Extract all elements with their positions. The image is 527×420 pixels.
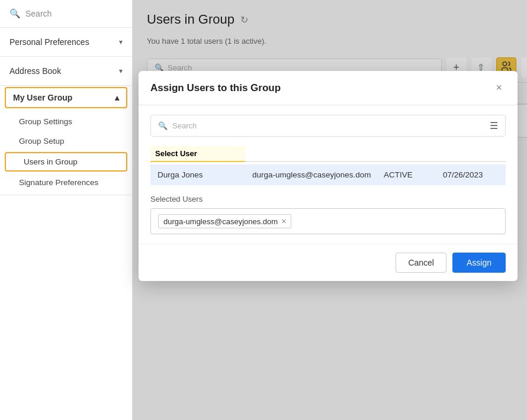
modal-search-placeholder: Search	[172, 121, 485, 130]
selected-users-label: Selected Users	[150, 195, 506, 203]
sidebar-section-my-user-group: My User Group ▴ Group Settings Group Set…	[0, 86, 132, 195]
sidebar-search-label: Search	[25, 9, 52, 18]
sidebar-section-label: My User Group	[13, 93, 72, 102]
tag-email: durga-umgless@caseyjones.dom	[163, 217, 278, 226]
sidebar-item-my-user-group[interactable]: My User Group ▴	[5, 87, 127, 108]
sidebar-item-address-book[interactable]: Address Book ▾	[0, 57, 132, 85]
assign-button[interactable]: Assign	[452, 253, 506, 273]
sidebar-section-address-book: Address Book ▾	[0, 57, 132, 86]
sidebar-item-users-in-group[interactable]: Users in Group	[5, 152, 127, 172]
sidebar-search[interactable]: 🔍 Search	[0, 0, 132, 28]
main-content: Users in Group ↻ You have 1 total users …	[133, 0, 527, 420]
chevron-up-icon: ▴	[115, 93, 119, 102]
modal-cell-status: ACTIVE	[379, 170, 438, 179]
modal-footer: Cancel Assign	[139, 244, 518, 281]
modal-cell-email: durga-umgless@caseyjones.dom	[248, 170, 379, 179]
sidebar-section-personal-preferences: Personal Preferences ▾	[0, 28, 132, 57]
chevron-down-icon: ▾	[119, 38, 123, 46]
chevron-down-icon: ▾	[119, 67, 123, 75]
sidebar-item-group-settings[interactable]: Group Settings	[0, 112, 132, 131]
sidebar-section-label: Address Book	[9, 66, 61, 76]
sidebar-item-signature-preferences[interactable]: Signature Preferences	[0, 173, 132, 192]
modal-search-bar[interactable]: 🔍 Search ☰	[150, 115, 506, 137]
search-icon: 🔍	[158, 121, 168, 130]
selected-users-box: durga-umgless@caseyjones.dom ×	[150, 208, 506, 234]
modal-cell-last-login: 07/26/2023	[438, 170, 503, 179]
search-icon: 🔍	[9, 8, 21, 19]
select-user-header: Select User	[150, 146, 245, 162]
remove-tag-button[interactable]: ×	[281, 217, 286, 226]
modal-body: 🔍 Search ☰ Select User Durga Jones durga…	[139, 105, 518, 244]
modal-header: Assign Users to this Group ×	[139, 71, 518, 105]
sidebar-section-label: Personal Preferences	[9, 37, 89, 47]
modal-overlay: Assign Users to this Group × 🔍 Search ☰ …	[133, 0, 527, 420]
modal-cell-name: Durga Jones	[153, 170, 248, 179]
modal-user-row[interactable]: Durga Jones durga-umgless@caseyjones.dom…	[150, 164, 506, 185]
sidebar-item-group-setup[interactable]: Group Setup	[0, 131, 132, 151]
sidebar: 🔍 Search Personal Preferences ▾ Address …	[0, 0, 133, 420]
modal-menu-icon[interactable]: ☰	[490, 120, 498, 131]
assign-users-modal: Assign Users to this Group × 🔍 Search ☰ …	[139, 71, 518, 281]
modal-table-header: Select User	[150, 146, 506, 162]
modal-title: Assign Users to this Group	[150, 82, 281, 94]
modal-close-button[interactable]: ×	[492, 80, 506, 95]
cancel-button[interactable]: Cancel	[396, 253, 446, 273]
sidebar-sub-items: Group Settings Group Setup Users in Grou…	[0, 109, 132, 195]
sidebar-item-personal-preferences[interactable]: Personal Preferences ▾	[0, 28, 132, 56]
selected-user-tag: durga-umgless@caseyjones.dom ×	[158, 214, 291, 228]
